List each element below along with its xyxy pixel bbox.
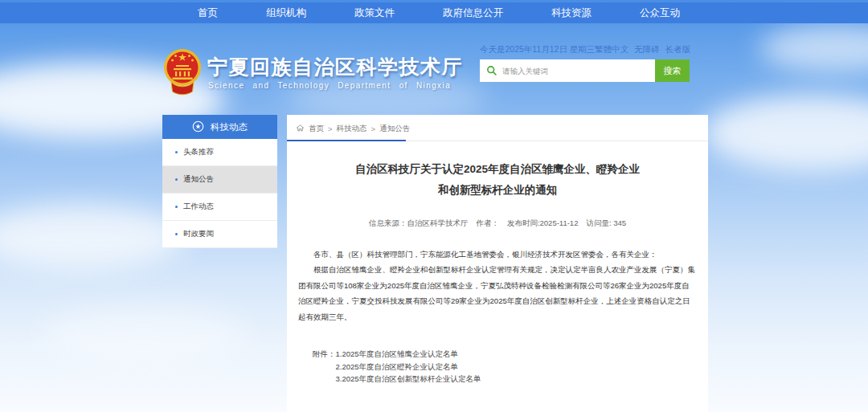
sidebar-item-label: 时政要闻	[183, 229, 214, 239]
article-paragraph: 各市、县（区）科技管理部门，宁东能源化工基地管委会，银川经济技术开发区管委会，各…	[298, 247, 697, 262]
sidebar-title: 科技动态	[211, 121, 248, 133]
article-body: 各市、县（区）科技管理部门，宁东能源化工基地管委会，银川经济技术开发区管委会，各…	[298, 247, 697, 324]
nav-item-policy[interactable]: 政策文件	[354, 6, 395, 20]
breadcrumb-sci-updates[interactable]: 科技动态	[337, 124, 367, 134]
search-button[interactable]: 搜索	[655, 59, 690, 82]
star-circle-icon	[192, 120, 204, 134]
today-date: 今天是2025年11月12日 星期三	[480, 44, 595, 55]
nav-item-gov-info[interactable]: 政府信息公开	[443, 6, 503, 20]
cloud	[703, 95, 868, 171]
sidebar-header: 科技动态	[162, 115, 277, 139]
attachment-link-2[interactable]: 2.2025年度自治区瞪羚企业认定名单	[336, 361, 481, 373]
bullet-icon	[175, 206, 178, 208]
link-traditional-chinese[interactable]: 繁體中文	[595, 44, 628, 55]
nav-item-sci-resources[interactable]: 科技资源	[551, 6, 592, 20]
meta-views: 访问量: 345	[586, 218, 626, 229]
attachments-label: 附件：	[313, 348, 336, 385]
home-icon	[296, 124, 305, 134]
sidebar-item-notices[interactable]: 通知公告	[162, 166, 277, 194]
article-title-line1: 自治区科技厅关于认定2025年度自治区雏鹰企业、瞪羚企业	[298, 159, 697, 180]
bullet-icon	[175, 151, 178, 153]
nav-item-organization[interactable]: 组织机构	[266, 6, 306, 20]
article: 自治区科技厅关于认定2025年度自治区雏鹰企业、瞪羚企业 和创新型标杆企业的通知…	[287, 159, 708, 385]
content-panel: 首页 > 科技动态 > 通知公告 自治区科技厅关于认定2025年度自治区雏鹰企业…	[287, 115, 708, 412]
sidebar-item-current-politics[interactable]: 时政要闻	[162, 221, 277, 248]
header-top-row: 今天是2025年11月12日 星期三 繁體中文 无障碍 长者版	[480, 44, 690, 55]
breadcrumb-separator: >	[371, 124, 376, 133]
sidebar-item-headlines[interactable]: 头条推荐	[162, 139, 277, 166]
article-meta: 信息来源：自治区科学技术厅 作者： 发布时间:2025-11-12 访问量: 3…	[298, 218, 697, 229]
nav-item-public-interaction[interactable]: 公众互动	[640, 6, 680, 20]
article-title-line2: 和创新型标杆企业的通知	[298, 180, 697, 201]
attachments: 附件： 1.2025年度自治区雏鹰企业认定名单 2.2025年度自治区瞪羚企业认…	[313, 348, 697, 385]
meta-publish-date: 发布时间:2025-11-12	[507, 218, 579, 229]
cloud	[760, 24, 868, 72]
sidebar-item-label: 通知公告	[183, 174, 214, 185]
cloud	[0, 205, 185, 269]
bullet-icon	[175, 233, 178, 235]
site-subtitle: Science and Technology Department of Nin…	[208, 81, 451, 90]
meta-source: 信息来源：自治区科学技术厅	[369, 218, 469, 229]
breadcrumb-separator: >	[328, 124, 333, 133]
page: 首页 组织机构 政策文件 政府信息公开 科技资源 公众互动 宁夏回族自治区科学技…	[0, 0, 868, 412]
breadcrumb-accent-bar	[287, 140, 406, 141]
search-bar: 搜索	[480, 59, 690, 82]
link-accessibility[interactable]: 无障碍	[634, 44, 660, 55]
sidebar-item-work-updates[interactable]: 工作动态	[162, 194, 277, 221]
article-title: 自治区科技厅关于认定2025年度自治区雏鹰企业、瞪羚企业 和创新型标杆企业的通知	[298, 159, 697, 202]
nav-item-home[interactable]: 首页	[198, 6, 218, 20]
sidebar: 科技动态 头条推荐 通知公告 工作动态 时政要闻	[162, 115, 277, 248]
sidebar-item-label: 头条推荐	[183, 147, 214, 157]
breadcrumb-home[interactable]: 首页	[309, 124, 324, 134]
breadcrumb-notices[interactable]: 通知公告	[379, 124, 410, 134]
search-icon	[486, 65, 497, 80]
breadcrumb: 首页 > 科技动态 > 通知公告	[287, 115, 708, 141]
site-title: 宁夏回族自治区科学技术厅	[207, 54, 463, 80]
attachment-link-1[interactable]: 1.2025年度自治区雏鹰企业认定名单	[336, 348, 481, 361]
national-emblem-logo	[162, 47, 203, 99]
sidebar-item-label: 工作动态	[183, 202, 214, 212]
meta-author: 作者：	[476, 218, 499, 229]
search-input[interactable]	[480, 59, 655, 82]
attachment-link-3[interactable]: 3.2025年度自治区创新型标杆企业认定名单	[336, 373, 481, 385]
main-nav: 首页 组织机构 政策文件 政府信息公开 科技资源 公众互动	[0, 2, 868, 23]
link-elderly-version[interactable]: 长者版	[665, 44, 691, 55]
cloud	[44, 305, 245, 361]
bullet-icon	[175, 178, 178, 181]
article-paragraph: 根据自治区雏鹰企业、瞪羚企业和创新型标杆企业认定管理有关规定，决定认定半亩良人农…	[298, 262, 697, 324]
